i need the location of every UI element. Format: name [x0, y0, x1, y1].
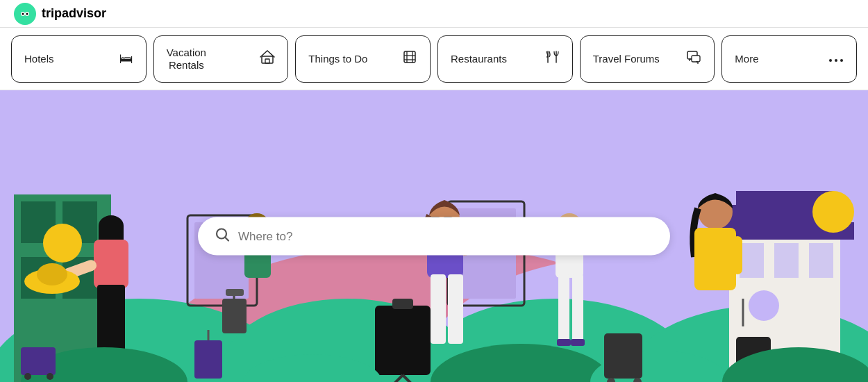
svg-line-100	[226, 238, 229, 241]
svg-rect-5	[262, 56, 273, 63]
travel-forums-icon	[686, 49, 701, 68]
svg-rect-6	[265, 59, 269, 63]
svg-rect-40	[740, 243, 764, 278]
search-bar	[198, 217, 670, 256]
tab-travel-forums[interactable]: Travel Forums	[580, 35, 715, 83]
logo-text: tripadvisor	[42, 6, 106, 21]
svg-point-18	[840, 59, 843, 62]
category-tabs: Hotels 🛏 Vacation Rentals Things to Do R…	[0, 28, 868, 90]
svg-rect-66	[375, 306, 431, 375]
tab-things-to-do[interactable]: Things to Do	[295, 35, 431, 83]
search-input[interactable]	[238, 229, 653, 243]
svg-rect-7	[404, 51, 415, 63]
svg-rect-64	[448, 274, 463, 344]
things-to-do-icon	[402, 49, 417, 68]
svg-point-44	[812, 191, 854, 233]
tab-restaurants[interactable]: Restaurants	[437, 35, 573, 83]
search-icon	[215, 227, 230, 246]
svg-point-3	[22, 13, 24, 15]
svg-rect-42	[809, 243, 833, 278]
svg-rect-52	[97, 285, 125, 354]
svg-point-43	[749, 290, 779, 321]
svg-rect-55	[222, 299, 247, 333]
svg-rect-67	[392, 299, 413, 309]
nav-bar: tripadvisor	[0, 0, 868, 28]
svg-rect-94	[194, 340, 222, 379]
svg-rect-75	[558, 274, 569, 344]
svg-rect-47	[99, 226, 124, 240]
logo-icon	[14, 3, 36, 25]
svg-point-4	[26, 13, 28, 15]
svg-rect-57	[226, 289, 244, 296]
svg-rect-63	[431, 274, 446, 344]
tab-vacation-rentals[interactable]: Vacation Rentals	[153, 35, 289, 83]
search-bar-wrapper	[198, 217, 670, 256]
svg-rect-41	[774, 243, 799, 278]
hero-section	[0, 90, 868, 382]
vacation-rentals-icon	[260, 49, 275, 68]
svg-rect-91	[21, 347, 56, 375]
svg-rect-78	[571, 339, 585, 346]
svg-point-51	[37, 263, 67, 285]
svg-point-17	[835, 59, 837, 62]
svg-rect-80	[694, 228, 736, 290]
svg-rect-77	[557, 339, 571, 346]
logo-area: tripadvisor	[14, 3, 106, 25]
hotels-icon: 🛏	[119, 51, 133, 67]
tab-more[interactable]: More	[721, 35, 857, 83]
svg-point-16	[829, 59, 832, 62]
svg-rect-48	[94, 240, 128, 288]
restaurants-icon	[544, 49, 560, 68]
svg-rect-15	[692, 56, 700, 62]
svg-rect-76	[572, 274, 583, 344]
svg-rect-96	[604, 333, 642, 379]
more-icon	[828, 51, 844, 67]
tab-hotels[interactable]: Hotels 🛏	[11, 35, 147, 83]
svg-point-93	[47, 373, 53, 380]
svg-point-31	[43, 224, 82, 263]
svg-point-92	[24, 373, 31, 380]
svg-rect-81	[733, 236, 742, 274]
